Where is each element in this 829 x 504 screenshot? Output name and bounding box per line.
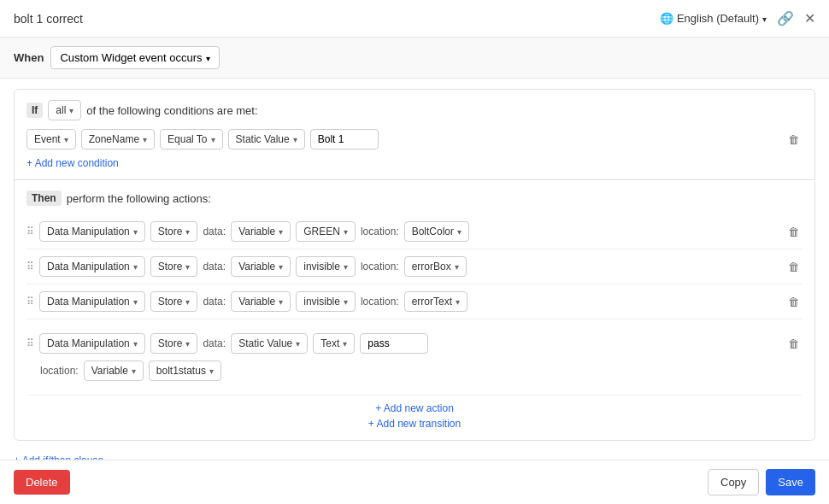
action-delete-button-3[interactable] — [785, 291, 803, 312]
copy-button[interactable]: Copy — [708, 469, 759, 495]
condition-row: Event ZoneName Equal To Static Value — [26, 129, 803, 149]
then-links: + Add new action + Add new transition — [26, 402, 803, 430]
if-section: If all of the following conditions are m… — [15, 90, 814, 180]
drag-handle-icon[interactable] — [26, 261, 34, 273]
close-icon[interactable]: ✕ — [804, 10, 815, 26]
condition-field-select[interactable]: Event — [26, 129, 76, 149]
location-value-1: BoltColor — [412, 226, 454, 237]
action-delete-button-4[interactable] — [785, 333, 803, 354]
location-type-select-4[interactable]: Variable — [84, 360, 144, 381]
location-value-4: bolt1status — [156, 365, 206, 377]
condition-subfield-value: ZoneName — [89, 133, 139, 145]
data-type-select-3[interactable]: Variable — [231, 291, 291, 312]
action-method-value-4: Store — [158, 337, 183, 349]
language-button[interactable]: 🌐 English (Default) — [660, 12, 767, 25]
condition-delete-button[interactable] — [785, 129, 803, 149]
drag-handle-icon[interactable] — [26, 296, 34, 308]
action-type-select-4[interactable]: Data Manipulation — [39, 333, 145, 354]
data-value-chevron-icon-1 — [344, 227, 348, 237]
action-method-chevron-icon-1 — [185, 227, 190, 237]
data-type-chevron-icon-3 — [279, 297, 283, 307]
if-header: If all of the following conditions are m… — [26, 100, 803, 120]
action-block-4: Data Manipulation Store data: Static Val… — [26, 319, 803, 396]
qualifier-select[interactable]: all — [48, 100, 81, 120]
location-chevron-icon-1 — [457, 227, 462, 237]
data-label-3: data: — [203, 296, 226, 308]
clause-block: If all of the following conditions are m… — [14, 89, 815, 441]
data-subtype-chevron-icon-4 — [343, 339, 347, 349]
data-value-1: GREEN — [303, 226, 340, 237]
add-action-button[interactable]: + Add new action — [26, 402, 803, 414]
location-label-2: location: — [361, 261, 399, 273]
action-method-select-1[interactable]: Store — [150, 221, 198, 242]
action-type-select-2[interactable]: Data Manipulation — [39, 256, 145, 277]
data-type-chevron-icon-2 — [279, 262, 283, 272]
drag-handle-icon[interactable] — [26, 337, 34, 349]
data-type-value-3: Variable — [238, 296, 275, 308]
condition-subfield-select[interactable]: ZoneName — [81, 129, 155, 149]
data-value-select-2[interactable]: invisible — [296, 256, 356, 277]
location-label-4: location: — [40, 365, 79, 377]
when-label: When — [14, 51, 44, 64]
add-transition-button[interactable]: + Add new transition — [26, 418, 803, 430]
action-method-value-1: Store — [158, 226, 183, 237]
condition-valuetype-value: Static Value — [236, 133, 290, 145]
data-subtype-select-4[interactable]: Text — [313, 333, 355, 354]
location-chevron-icon-3 — [456, 297, 460, 307]
action-value-input-4[interactable] — [360, 333, 428, 354]
data-value-select-1[interactable]: GREEN — [296, 221, 356, 242]
qualifier-value: all — [56, 104, 66, 116]
action-method-select-4[interactable]: Store — [150, 333, 198, 354]
condition-operator-select[interactable]: Equal To — [160, 129, 222, 149]
save-button[interactable]: Save — [766, 469, 815, 495]
qualifier-chevron-icon — [69, 106, 73, 115]
action-method-select-2[interactable]: Store — [150, 256, 198, 277]
header-actions: 🌐 English (Default) 🔗 ✕ — [660, 10, 815, 26]
header: bolt 1 correct 🌐 English (Default) 🔗 ✕ — [0, 0, 829, 38]
location-select-3[interactable]: errorText — [404, 291, 467, 312]
data-label-4: data: — [203, 337, 226, 349]
page-title: bolt 1 correct — [14, 12, 83, 26]
when-row: When Custom Widget event occurs — [0, 38, 829, 79]
trash-icon — [788, 225, 799, 238]
data-type-chevron-icon-4 — [296, 339, 300, 349]
action-method-value-3: Store — [158, 296, 183, 308]
condition-value-input[interactable] — [310, 129, 379, 149]
data-type-select-1[interactable]: Variable — [231, 221, 291, 242]
data-value-3: invisible — [303, 296, 340, 308]
delete-button[interactable]: Delete — [14, 470, 70, 495]
location-label-3: location: — [361, 296, 399, 308]
data-value-select-3[interactable]: invisible — [296, 291, 356, 312]
drag-handle-icon[interactable] — [26, 226, 34, 237]
action-type-select-3[interactable]: Data Manipulation — [39, 291, 145, 312]
action-row: Data Manipulation Store data: Variable G… — [26, 214, 803, 249]
action-type-chevron-icon-4 — [133, 339, 138, 349]
location-select-1[interactable]: BoltColor — [404, 221, 469, 242]
chevron-down-icon — [762, 12, 767, 25]
action-method-select-3[interactable]: Store — [150, 291, 198, 312]
add-condition-button[interactable]: + Add new condition — [26, 157, 119, 169]
data-subtype-value-4: Text — [320, 337, 339, 349]
main-content: If all of the following conditions are m… — [0, 79, 829, 466]
trigger-chevron-icon — [206, 51, 210, 64]
action-method-chevron-icon-4 — [185, 339, 190, 349]
location-value-select-4[interactable]: bolt1status — [149, 360, 221, 381]
data-type-select-2[interactable]: Variable — [231, 256, 291, 277]
action-delete-button-2[interactable] — [785, 256, 803, 277]
then-description: perform the following actions: — [67, 192, 211, 205]
action-type-chevron-icon-2 — [133, 262, 138, 272]
action-type-value-3: Data Manipulation — [47, 296, 130, 308]
data-value-chevron-icon-3 — [344, 297, 348, 307]
data-type-select-4[interactable]: Static Value — [231, 333, 308, 354]
data-type-value-1: Variable — [238, 226, 275, 237]
action-delete-button-1[interactable] — [785, 221, 803, 242]
trigger-button[interactable]: Custom Widget event occurs — [50, 46, 219, 69]
action-row-4: Data Manipulation Store data: Static Val… — [26, 326, 803, 357]
location-select-2[interactable]: errorBox — [404, 256, 467, 277]
link-icon[interactable]: 🔗 — [777, 10, 794, 26]
location-value-chevron-icon-4 — [209, 366, 214, 376]
condition-valuetype-select[interactable]: Static Value — [228, 129, 305, 149]
language-label: English (Default) — [677, 12, 759, 25]
location-type-chevron-icon-4 — [132, 366, 136, 376]
action-type-select-1[interactable]: Data Manipulation — [39, 221, 145, 242]
